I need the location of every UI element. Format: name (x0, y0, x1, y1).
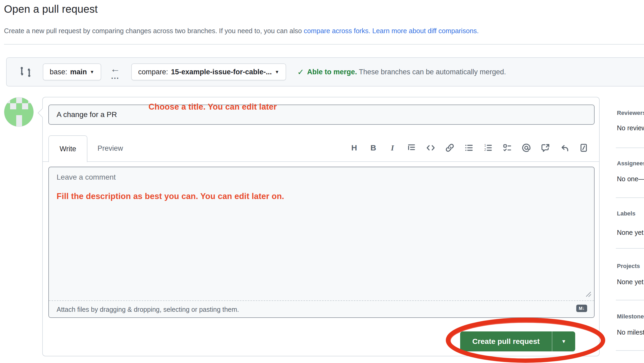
tab-preview[interactable]: Preview (87, 135, 133, 162)
range-direction: ← ... (110, 64, 120, 80)
create-pull-request-button-group: Create pull request ▼ (460, 331, 575, 351)
merge-status-rest: These branches can be automatically merg… (357, 68, 506, 76)
task-list-icon[interactable] (502, 143, 512, 153)
labels-value: None yet (617, 229, 644, 236)
range-dots: ... (111, 72, 119, 80)
merge-status-bold: Able to merge. (307, 68, 357, 76)
sidebar-section-labels[interactable]: Labels (617, 210, 644, 217)
learn-more-diff-link[interactable]: Learn more about diff comparisons. (370, 27, 479, 34)
git-compare-icon (19, 66, 32, 78)
sidebar-divider (616, 350, 644, 351)
sidebar-divider (616, 148, 644, 148)
comment-textarea[interactable]: Leave a comment Fill the description as … (49, 167, 594, 300)
projects-value: None yet (617, 278, 644, 286)
ordered-list-icon[interactable]: 1 2 (483, 143, 493, 153)
sidebar-divider (616, 197, 644, 198)
tab-write[interactable]: Write (48, 135, 87, 162)
check-icon: ✓ (297, 67, 304, 77)
base-label: base: (50, 68, 67, 76)
labels-heading: Labels (617, 210, 635, 217)
link-icon[interactable] (445, 143, 455, 153)
title-annotation: Choose a title. You can edit later (149, 102, 277, 112)
attach-files-area[interactable]: Attach files by dragging & dropping, sel… (49, 300, 594, 318)
chevron-down-icon: ▼ (275, 70, 279, 74)
slash-command-icon[interactable] (579, 143, 588, 153)
subtitle-text: Create a new pull request by comparing c… (4, 27, 304, 34)
italic-icon[interactable]: I (388, 143, 397, 153)
branch-range-bar: base:main▼ ← ... compare:15-example-issu… (6, 57, 644, 87)
compare-across-forks-link[interactable]: compare across forks. (304, 27, 370, 34)
compare-label: compare: (138, 68, 168, 76)
markdown-toolbar: H B I (349, 143, 588, 153)
bold-icon[interactable]: B (368, 143, 378, 153)
pr-title-value: A change for a PR (57, 110, 117, 119)
compare-branch-name: 15-example-issue-for-cable-... (171, 68, 272, 76)
sidebar-section-projects[interactable]: Projects (617, 263, 644, 270)
base-branch-selector[interactable]: base:main▼ (43, 63, 101, 80)
chevron-down-icon: ▼ (90, 70, 94, 74)
chevron-down-icon: ▼ (561, 339, 566, 344)
heading-icon[interactable]: H (349, 143, 359, 153)
sidebar-section-milestone[interactable]: Milestone (617, 313, 644, 320)
create-pull-request-dropdown[interactable]: ▼ (552, 331, 575, 351)
page-title: Open a pull request (4, 3, 98, 15)
comment-editor: Leave a comment Fill the description as … (48, 167, 595, 318)
reviewers-heading: Reviewers (617, 110, 644, 116)
cross-reference-icon[interactable] (541, 143, 550, 153)
comment-annotation: Fill the description as best you can. Yo… (57, 192, 284, 201)
create-pull-request-button[interactable]: Create pull request (460, 331, 552, 351)
quote-icon[interactable] (407, 143, 416, 153)
assignees-heading: Assignees (617, 160, 644, 167)
unordered-list-icon[interactable] (464, 143, 474, 153)
svg-text:2: 2 (484, 148, 486, 152)
open-pull-request-page: Open a pull request Create a new pull re… (0, 0, 644, 363)
pr-compose-card: A change for a PR Choose a title. You ca… (42, 97, 600, 356)
comment-placeholder: Leave a comment (57, 173, 116, 182)
assignees-value: No one—assign yourself (617, 175, 644, 183)
projects-heading: Projects (617, 263, 640, 269)
sidebar-section-reviewers[interactable]: Reviewers (617, 110, 644, 116)
page-subtitle: Create a new pull request by comparing c… (4, 27, 644, 35)
resize-gripper-icon[interactable] (585, 291, 592, 298)
reviewers-value: No reviews (617, 124, 644, 132)
code-icon[interactable] (426, 143, 435, 153)
milestone-value: No milestone (617, 329, 644, 336)
avatar (4, 97, 34, 127)
header-divider (4, 44, 644, 45)
base-branch-name: main (70, 68, 87, 76)
saved-reply-icon[interactable] (560, 143, 569, 153)
merge-status: ✓ Able to merge. These branches can be a… (297, 67, 506, 77)
sidebar-divider (616, 248, 644, 249)
sidebar-section-assignees[interactable]: Assignees (617, 160, 644, 167)
sidebar-divider (616, 300, 644, 300)
markdown-supported-icon: M↓ (576, 305, 587, 312)
svg-text:1: 1 (484, 143, 486, 147)
milestone-heading: Milestone (617, 313, 644, 320)
attach-hint: Attach files by dragging & dropping, sel… (57, 306, 239, 313)
tabnav-divider (43, 161, 599, 162)
card-caret (38, 108, 47, 118)
identicon-pattern (4, 97, 34, 127)
mention-icon[interactable] (522, 143, 531, 153)
compare-branch-selector[interactable]: compare:15-example-issue-for-cable-...▼ (131, 63, 286, 80)
pr-title-input[interactable]: A change for a PR (48, 105, 595, 125)
